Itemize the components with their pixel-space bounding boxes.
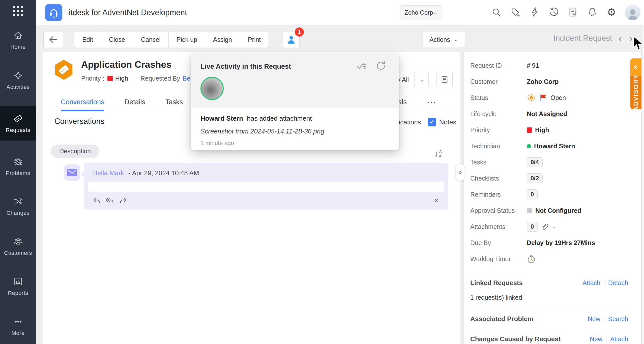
reply-all-icon[interactable] <box>106 197 114 204</box>
reply-icon[interactable] <box>93 197 101 204</box>
tab-details[interactable]: Details <box>125 94 145 111</box>
next-request-button[interactable]: › <box>629 33 633 43</box>
reminders-count-badge[interactable]: 0 <box>527 189 538 199</box>
tab-conversations[interactable]: Conversations <box>61 94 104 111</box>
sidebar-item-activities[interactable]: Activities <box>0 66 36 94</box>
live-activity-body: Howard Stern has added attachment Screen… <box>191 108 399 153</box>
section-title: Linked Requests <box>470 279 523 287</box>
tab-tasks[interactable]: Tasks <box>165 94 183 111</box>
refresh-icon[interactable] <box>376 61 387 71</box>
add-note-button[interactable] <box>436 72 453 87</box>
tasks-count-badge[interactable]: 0/4 <box>527 157 543 167</box>
advisory-label: ADVISORY <box>632 74 640 111</box>
tab-overflow[interactable]: ... <box>428 93 436 108</box>
changes-caused-section: Changes Caused by Request New Attach <box>470 329 628 344</box>
user-avatar[interactable] <box>625 5 640 20</box>
checklists-count-badge[interactable]: 0/2 <box>527 173 543 183</box>
divider <box>604 316 604 322</box>
cancel-button[interactable]: Cancel <box>133 31 169 48</box>
history-icon[interactable] <box>548 7 560 18</box>
attach-change-link[interactable]: Attach <box>610 335 628 343</box>
attachments-count-badge: 0 <box>527 222 538 232</box>
chevron-down-icon: ⌄ <box>433 9 438 16</box>
sort-button[interactable]: ↓ A Z <box>434 150 442 158</box>
stopwatch-icon[interactable] <box>527 254 536 264</box>
section-title: Associated Problem <box>470 315 533 323</box>
close-icon[interactable]: ✕ <box>433 197 439 205</box>
sidebar-item-requests[interactable]: Requests <box>0 106 36 141</box>
edit-button[interactable]: Edit <box>74 31 101 48</box>
topbar-icons: ⚙ <box>491 5 640 20</box>
feedback-icon[interactable] <box>567 7 579 18</box>
actions-button[interactable]: Actions ⌄ <box>423 32 465 47</box>
print-button[interactable]: Print <box>240 31 269 48</box>
conversation-author-link[interactable]: Bella Mark <box>93 169 124 177</box>
notifications-bell-icon[interactable] <box>587 7 598 18</box>
field-due-by: Due By Delay by 19Hrs 27Mins <box>470 235 628 251</box>
description-chip: Description <box>51 145 99 158</box>
lightning-icon[interactable] <box>529 7 541 18</box>
paperclip-icon[interactable] <box>541 222 549 231</box>
sidebar-item-customers[interactable]: Customers <box>0 232 36 260</box>
conversation-preview[interactable] <box>88 182 444 192</box>
changes-shuffle-icon <box>13 196 23 207</box>
notes-checkbox[interactable]: ✓ <box>428 118 436 126</box>
linked-requests-count: 1 request(s) linked <box>470 294 628 301</box>
field-lifecycle: Life cycle Not Assigned <box>470 106 628 122</box>
envelope-icon <box>67 169 77 176</box>
pickup-button[interactable]: Pick up <box>169 31 205 48</box>
settings-gear-icon[interactable]: ⚙ <box>606 7 617 18</box>
scrollbar-track[interactable] <box>641 25 644 344</box>
field-customer: Customer Zoho Corp <box>470 74 628 90</box>
attach-link[interactable]: Attach <box>582 279 600 287</box>
thread-connector <box>72 158 72 165</box>
advisory-tab[interactable]: « ADVISORY <box>630 58 641 109</box>
approval-gray-icon <box>527 208 532 213</box>
conversations-heading: Conversations <box>54 117 104 126</box>
conversation-timestamp: - Apr 29, 2024 10:48 AM <box>128 169 199 177</box>
assign-button[interactable]: Assign <box>205 31 240 48</box>
sidebar-item-more[interactable]: More <box>0 312 36 340</box>
back-button[interactable] <box>43 31 63 48</box>
activity-action: has added attachment <box>247 115 312 122</box>
panel-expand-toggle[interactable]: » <box>455 164 465 181</box>
previous-request-button[interactable]: ‹ <box>618 33 622 43</box>
apps-grid-icon[interactable] <box>13 6 23 16</box>
chevron-down-icon[interactable]: ⌄ <box>552 224 555 229</box>
sidebar-item-changes[interactable]: Changes <box>0 192 36 220</box>
sidebar-item-problems[interactable]: Problems <box>0 152 36 181</box>
mark-read-icon[interactable] <box>356 61 367 71</box>
new-problem-link[interactable]: New <box>588 315 600 323</box>
search-problem-link[interactable]: Search <box>608 315 628 323</box>
search-icon[interactable] <box>491 7 502 18</box>
new-change-link[interactable]: New <box>590 335 602 343</box>
detach-link[interactable]: Detach <box>608 279 628 287</box>
sidebar: Home Activities Requests <box>0 0 36 344</box>
app-logo <box>45 4 62 21</box>
advisory-collapse-header[interactable]: « <box>630 58 641 76</box>
topbar: itdesk for AdventNet Development Zoho Co… <box>36 0 644 25</box>
org-selector-value: Zoho Corp <box>404 9 433 16</box>
field-reminders: Reminders 0 <box>470 186 628 202</box>
note-icon <box>440 75 449 84</box>
viewers-button[interactable]: 1 <box>283 31 300 48</box>
live-activity-header: Live Activity in this Request <box>191 54 399 108</box>
sidebar-item-home[interactable]: Home <box>0 26 36 54</box>
person-icon <box>287 35 296 44</box>
org-selector[interactable]: Zoho Corp ⌄ <box>400 5 442 20</box>
advisory-body[interactable]: ADVISORY <box>630 76 641 109</box>
live-viewer-avatar[interactable] <box>200 77 224 100</box>
quick-add-icon[interactable] <box>510 7 521 18</box>
request-title: Application Crashes <box>81 59 197 70</box>
viewers-count-badge: 1 <box>295 27 304 37</box>
activity-file-name[interactable]: Screenshot from 2024-05-14 11-28-36.png <box>200 127 390 135</box>
double-chevron-collapse-icon: « <box>632 65 640 70</box>
reports-icon <box>13 276 23 287</box>
requests-ticket-icon <box>13 113 23 124</box>
field-request-id: Request ID # 91 <box>470 57 628 74</box>
close-request-button[interactable]: Close <box>101 31 133 48</box>
incident-hexagon-icon <box>54 59 73 80</box>
sidebar-item-reports[interactable]: Reports <box>0 272 36 300</box>
app-title: itdesk for AdventNet Development <box>69 8 187 17</box>
forward-icon[interactable] <box>119 197 127 204</box>
